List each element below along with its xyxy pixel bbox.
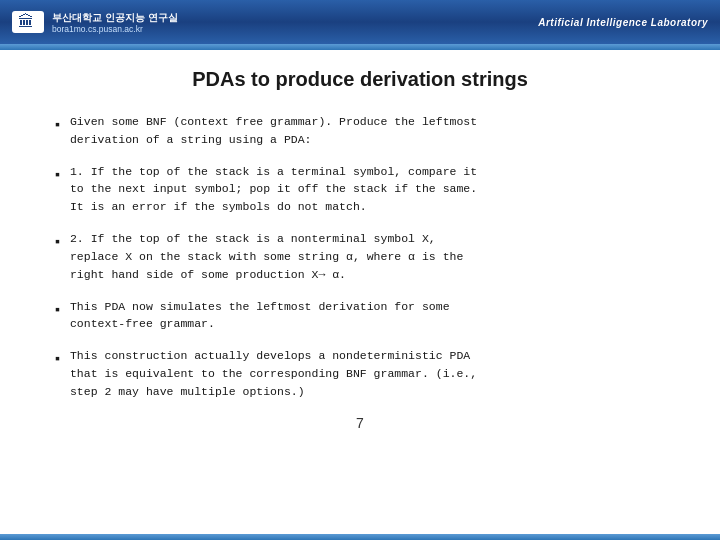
page-number: 7 <box>55 415 665 431</box>
university-info: 부산대학교 인공지능 연구실 bora1mo.cs.pusan.ac.kr <box>52 11 178 34</box>
bullet-text-2: 1. If the top of the stack is a terminal… <box>70 163 477 216</box>
bullet-text-1: Given some BNF (context free grammar). P… <box>70 113 477 149</box>
bullet-text-5: This construction actually develops a no… <box>70 347 477 400</box>
main-content: PDAs to produce derivation strings ▪ Giv… <box>0 50 720 441</box>
bullet-item-5: ▪ This construction actually develops a … <box>55 347 665 400</box>
bullet-item-2: ▪ 1. If the top of the stack is a termin… <box>55 163 665 216</box>
logo-box: 🏛 <box>12 11 44 33</box>
bullet-symbol-1: ▪ <box>55 114 60 135</box>
lab-name: Artificial Intelligence Laboratory <box>538 17 708 28</box>
logo-icon: 🏛 <box>18 13 34 31</box>
bullet-item-4: ▪ This PDA now simulates the leftmost de… <box>55 298 665 334</box>
university-url: bora1mo.cs.pusan.ac.kr <box>52 24 178 34</box>
bullet-symbol-2: ▪ <box>55 164 60 185</box>
bullet-symbol-4: ▪ <box>55 299 60 320</box>
header: 🏛 부산대학교 인공지능 연구실 bora1mo.cs.pusan.ac.kr … <box>0 0 720 44</box>
bullet-item-3: ▪ 2. If the top of the stack is a nonter… <box>55 230 665 283</box>
bullet-symbol-3: ▪ <box>55 231 60 252</box>
bullet-item-1: ▪ Given some BNF (context free grammar).… <box>55 113 665 149</box>
header-left: 🏛 부산대학교 인공지능 연구실 bora1mo.cs.pusan.ac.kr <box>12 11 178 34</box>
bullet-text-3: 2. If the top of the stack is a nontermi… <box>70 230 463 283</box>
bottom-accent-bar <box>0 534 720 540</box>
page-title: PDAs to produce derivation strings <box>55 68 665 91</box>
bullet-text-4: This PDA now simulates the leftmost deri… <box>70 298 450 334</box>
bullet-symbol-5: ▪ <box>55 348 60 369</box>
university-name: 부산대학교 인공지능 연구실 <box>52 11 178 24</box>
